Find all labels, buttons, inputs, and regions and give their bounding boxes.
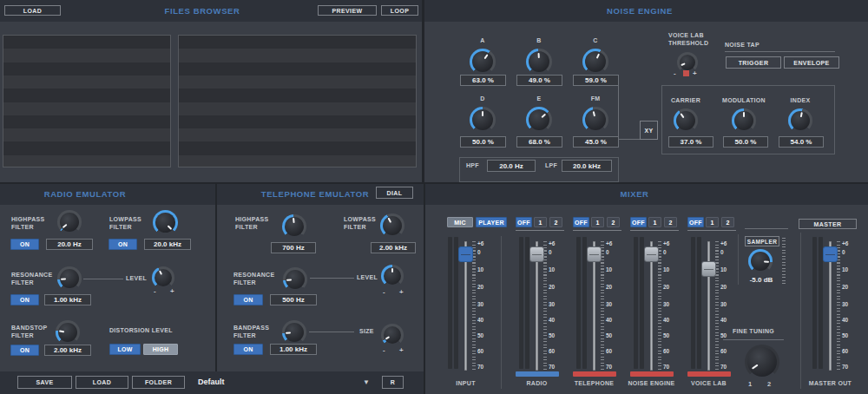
mixer-channel-noise-engine: OFF 1 2 +6010203040506070 NOISE ENGINE [634, 215, 686, 394]
knob-c-value[interactable]: 59.0 % [573, 75, 619, 86]
fine-tuning-knob[interactable] [745, 345, 779, 379]
mixer-title: MIXER [541, 189, 728, 199]
tel-highpass-knob[interactable] [282, 214, 306, 239]
preview-button[interactable]: PREVIEW [318, 5, 377, 16]
radio-highpass-on-button[interactable]: ON [10, 239, 39, 250]
radio-bandstop-label-line2: FILTER [11, 332, 34, 338]
knob-fm[interactable] [582, 107, 608, 133]
radio-bandstop-value[interactable]: 2.00 kHz [44, 345, 91, 356]
tel-highpass-value[interactable]: 700 Hz [271, 242, 316, 253]
tel-resonance-on-button[interactable]: ON [233, 294, 263, 305]
threshold-marker[interactable] [683, 70, 689, 76]
tel-resonance-knob[interactable] [283, 267, 307, 292]
master-fader[interactable]: +6010203040506070 [812, 215, 865, 394]
envelope-button[interactable]: ENVELOPE [784, 56, 839, 69]
carrier-value[interactable]: 37.0 % [668, 136, 713, 148]
noise-engine-fader[interactable]: +6010203040506070 [634, 215, 686, 394]
radio-bandstop-knob[interactable] [56, 320, 80, 345]
modulation-value[interactable]: 50.0 % [723, 136, 768, 148]
knob-a-value[interactable]: 63.0 % [460, 75, 506, 86]
tel-bandpass-on-button[interactable]: ON [233, 344, 263, 355]
radio-level-knob[interactable] [152, 266, 174, 289]
tel-level-minus-label: - [383, 288, 385, 296]
lpf-value[interactable]: 20.0 kHz [562, 160, 612, 172]
knob-e-value[interactable]: 68.0 % [516, 136, 562, 148]
knob-e[interactable] [526, 107, 552, 133]
sampler-value[interactable]: -5.0 dB [743, 276, 779, 284]
telephone-fader[interactable]: +6010203040506070 [576, 215, 628, 394]
fine-tuning-right-label: 2 [767, 380, 771, 388]
trigger-button[interactable]: TRIGGER [726, 56, 781, 69]
tel-bandpass-knob[interactable] [282, 320, 306, 345]
xy-button[interactable]: XY [640, 121, 658, 140]
tel-size-knob[interactable] [381, 324, 404, 346]
sampler-topline [745, 228, 788, 229]
tel-level-knob[interactable] [381, 265, 404, 287]
modulation-knob[interactable] [732, 108, 756, 133]
index-knob[interactable] [788, 108, 812, 133]
tel-level-connector [310, 278, 354, 279]
radio-lowpass-value[interactable]: 20.0 kHz [144, 239, 191, 250]
distorsion-low-button[interactable]: LOW [109, 344, 141, 355]
radio-lowpass-knob[interactable] [153, 210, 178, 235]
tel-resonance-value[interactable]: 500 Hz [270, 294, 317, 305]
voice-lab-threshold-label-line2: THRESHOLD [668, 40, 708, 46]
knob-c[interactable] [582, 49, 608, 75]
knob-c-label: C [582, 37, 608, 43]
tel-lowpass-value[interactable]: 2.00 kHz [371, 242, 416, 253]
reset-button[interactable]: R [382, 376, 404, 389]
save-button[interactable]: SAVE [17, 376, 72, 389]
index-value[interactable]: 54.0 % [779, 136, 824, 148]
tel-level-plus-label: + [399, 288, 404, 296]
distorsion-high-button[interactable]: HIGH [143, 344, 178, 355]
carrier-label: CARRIER [662, 97, 709, 103]
load-button[interactable]: LOAD [4, 5, 61, 16]
preset-name[interactable]: Default [198, 378, 328, 386]
knob-d-value[interactable]: 50.0 % [460, 136, 506, 148]
preset-dropdown-caret[interactable]: ▼ [363, 378, 370, 386]
radio-bandstop-label-line1: BANDSTOP [11, 325, 48, 331]
tel-bandpass-label-line1: BANDPASS [233, 325, 269, 331]
radio-resonance-value[interactable]: 1.00 kHz [44, 294, 91, 305]
radio-highpass-value[interactable]: 20.0 Hz [46, 239, 93, 250]
tel-lowpass-knob[interactable] [380, 213, 404, 238]
dial-button[interactable]: DIAL [376, 187, 413, 199]
radio-highpass-label-line2: FILTER [11, 224, 34, 230]
carrier-knob[interactable] [674, 108, 698, 133]
tel-highpass-label-line1: HIGHPASS [235, 216, 268, 222]
file-list-right[interactable] [178, 35, 417, 167]
voice-lab-threshold-label-line1: VOICE LAB [668, 32, 704, 38]
knob-fm-value[interactable]: 45.0 % [573, 136, 619, 148]
radio-lowpass-on-button[interactable]: ON [108, 239, 137, 250]
sampler-label: SAMPLER [745, 236, 779, 246]
radio-resonance-label-line1: RESONANCE [11, 272, 52, 278]
knob-a-label: A [470, 37, 496, 43]
tel-resonance-label-line2: FILTER [233, 279, 256, 286]
sampler-knob[interactable] [748, 249, 773, 273]
folder-button[interactable]: FOLDER [132, 376, 185, 389]
tel-lowpass-label-line1: LOWPASS [344, 216, 376, 222]
input-fader[interactable]: +6010203040506070 [448, 215, 500, 394]
knob-a[interactable] [470, 49, 496, 75]
hpf-value[interactable]: 20.0 Hz [487, 160, 536, 172]
tel-bandpass-value[interactable]: 1.00 kHz [270, 344, 317, 355]
tel-resonance-label-line1: RESONANCE [233, 272, 274, 278]
radio-resonance-knob[interactable] [57, 266, 82, 291]
modulation-label: MODULATION [715, 97, 773, 103]
radio-fader[interactable]: +6010203040506070 [519, 215, 571, 394]
file-list-left[interactable] [3, 35, 171, 167]
voice-lab-fader[interactable]: +6010203040506070 [691, 215, 743, 394]
radio-highpass-knob[interactable] [57, 210, 82, 234]
tel-bandpass-label-line2: FILTER [233, 332, 256, 338]
loop-button[interactable]: LOOP [381, 5, 418, 16]
xy-connector-vertical [618, 84, 619, 140]
radio-bandstop-on-button[interactable]: ON [10, 345, 39, 356]
xy-connector-horizontal [618, 139, 641, 140]
knob-b[interactable] [526, 49, 552, 75]
radio-resonance-on-button[interactable]: ON [10, 294, 39, 305]
knob-b-value[interactable]: 49.0 % [516, 75, 562, 86]
knob-d[interactable] [470, 107, 496, 133]
load-preset-button[interactable]: LOAD [76, 376, 128, 389]
mixer-channel-radio: OFF 1 2 +6010203040506070 RADIO [519, 215, 571, 394]
mixer-channel-master: MASTER +6010203040506070 MASTER OUT [812, 215, 865, 394]
